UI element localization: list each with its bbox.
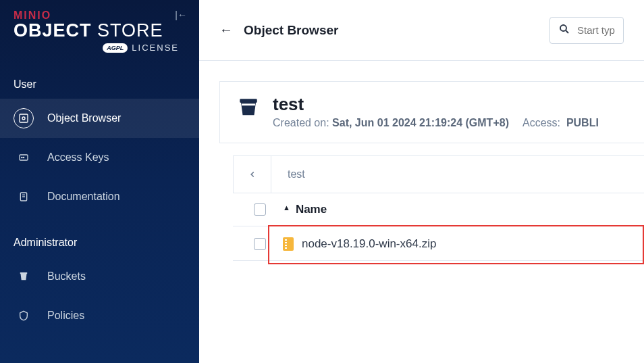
brand-license: AGPL LICENSE bbox=[14, 43, 186, 53]
table-row[interactable]: node-v18.19.0-win-x64.zip bbox=[233, 226, 644, 261]
brand-main: OBJECT STORE bbox=[14, 20, 186, 41]
section-user-title: User bbox=[0, 58, 199, 99]
sidebar: |← MINIO OBJECT STORE AGPL LICENSE User … bbox=[0, 0, 199, 363]
sidebar-item-access-keys[interactable]: Access Keys bbox=[0, 138, 199, 177]
svg-rect-1 bbox=[20, 114, 28, 122]
svg-line-10 bbox=[566, 30, 568, 33]
topbar: ← Object Browser bbox=[199, 0, 644, 61]
svg-point-0 bbox=[22, 117, 25, 120]
row-checkbox[interactable] bbox=[254, 238, 266, 250]
search-box[interactable] bbox=[549, 17, 624, 44]
sidebar-item-label: Access Keys bbox=[47, 151, 109, 164]
brand-logo: |← MINIO OBJECT STORE AGPL LICENSE bbox=[0, 0, 199, 58]
sidebar-item-label: Object Browser bbox=[47, 112, 121, 124]
bucket-name: test bbox=[273, 95, 599, 113]
sidebar-item-label: Policies bbox=[47, 310, 84, 322]
section-admin-title: Administrator bbox=[0, 216, 199, 257]
sort-asc-icon: ▲ bbox=[283, 203, 290, 212]
object-browser-icon bbox=[14, 108, 34, 128]
sidebar-item-label: Buckets bbox=[47, 270, 86, 283]
column-header-name[interactable]: ▲ Name bbox=[279, 203, 327, 216]
table-header: ▲ Name bbox=[233, 193, 644, 226]
breadcrumb: test bbox=[233, 155, 644, 193]
bucket-header: test Created on: Sat, Jun 01 2024 21:19:… bbox=[219, 81, 644, 143]
buckets-icon bbox=[14, 266, 34, 287]
bucket-icon bbox=[236, 95, 261, 120]
sidebar-item-object-browser[interactable]: Object Browser bbox=[0, 99, 199, 138]
content-area: test Created on: Sat, Jun 01 2024 21:19:… bbox=[199, 61, 644, 261]
policies-icon bbox=[14, 306, 34, 326]
svg-point-4 bbox=[23, 157, 24, 158]
file-entry[interactable]: node-v18.19.0-win-x64.zip bbox=[279, 237, 436, 251]
zip-file-icon bbox=[283, 237, 294, 251]
select-all-checkbox[interactable] bbox=[254, 203, 266, 216]
sidebar-item-policies[interactable]: Policies bbox=[0, 296, 199, 335]
file-browser: test ▲ Name node-v18.19.0-win-x64.zip bbox=[233, 155, 644, 261]
access-keys-icon bbox=[14, 147, 34, 168]
sidebar-item-buckets[interactable]: Buckets bbox=[0, 257, 199, 296]
agpl-badge: AGPL bbox=[103, 43, 128, 53]
sidebar-collapse-icon[interactable]: |← bbox=[175, 9, 187, 20]
main-content: ← Object Browser test Created on: Sat, J… bbox=[199, 0, 644, 363]
breadcrumb-path[interactable]: test bbox=[271, 168, 305, 180]
search-input[interactable] bbox=[577, 24, 624, 36]
svg-rect-11 bbox=[240, 99, 257, 103]
svg-point-3 bbox=[22, 157, 22, 158]
documentation-icon bbox=[14, 187, 34, 207]
sidebar-item-documentation[interactable]: Documentation bbox=[0, 177, 199, 216]
breadcrumb-back-icon[interactable] bbox=[234, 156, 271, 193]
back-arrow-icon[interactable]: ← bbox=[219, 22, 233, 38]
search-icon bbox=[558, 23, 570, 38]
svg-rect-8 bbox=[20, 272, 28, 274]
svg-rect-12 bbox=[242, 103, 255, 105]
file-name-text: node-v18.19.0-win-x64.zip bbox=[302, 237, 436, 251]
svg-point-9 bbox=[560, 25, 566, 31]
page-title: Object Browser bbox=[244, 23, 338, 38]
sidebar-item-label: Documentation bbox=[47, 191, 120, 203]
bucket-meta: Created on: Sat, Jun 01 2024 21:19:24 (G… bbox=[273, 117, 599, 129]
